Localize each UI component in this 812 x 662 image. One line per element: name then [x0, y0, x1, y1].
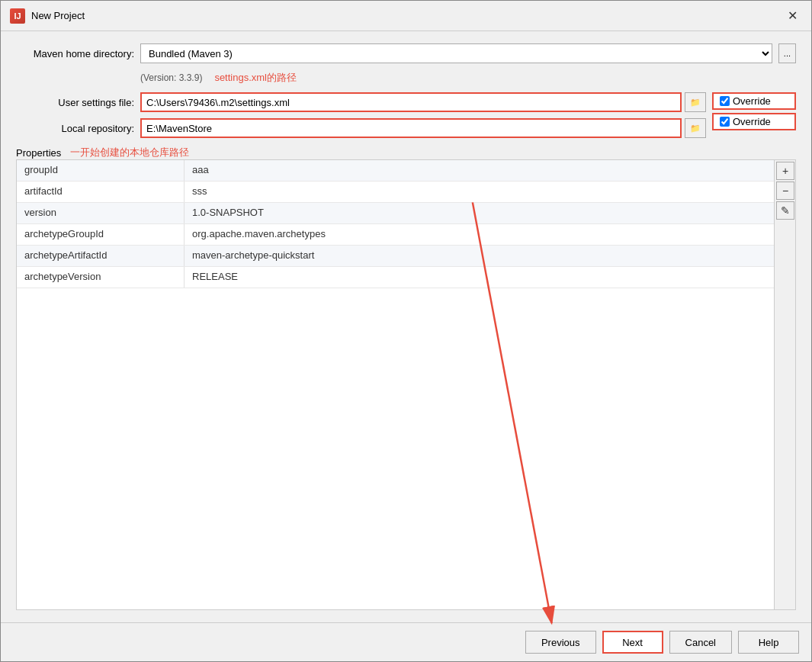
prop-key: groupId	[17, 160, 185, 181]
properties-label: Properties	[16, 147, 61, 159]
local-repo-override-checkbox[interactable]	[720, 117, 730, 127]
title-bar-left: IJ New Project	[10, 8, 85, 24]
local-repo-label: Local repository:	[16, 123, 134, 134]
table-row[interactable]: groupId aaa	[17, 160, 774, 182]
previous-button[interactable]: Previous	[525, 631, 596, 654]
settings-repo-inputs: User settings file: 📁 Local repository:	[16, 92, 706, 138]
user-settings-row: User settings file: 📁	[16, 92, 706, 112]
help-button[interactable]: Help	[738, 631, 799, 654]
maven-home-row: Maven home directory: Bundled (Maven 3) …	[16, 43, 796, 63]
maven-home-label: Maven home directory:	[16, 48, 134, 59]
user-settings-override-box: Override	[712, 92, 796, 110]
prop-val: RELEASE	[185, 267, 774, 288]
user-settings-override-label: Override	[733, 95, 771, 107]
prop-key: version	[17, 203, 185, 223]
app-icon: IJ	[10, 8, 25, 24]
prop-val: aaa	[185, 160, 774, 181]
new-project-dialog: IJ New Project ✕ Maven home directory: B…	[0, 0, 812, 662]
properties-table: groupId aaa artifactId sss version 1.0-S…	[17, 160, 774, 609]
maven-browse-button[interactable]: ...	[778, 43, 796, 63]
props-sidebar: + − ✎	[774, 160, 795, 609]
properties-header-line: Properties 一开始创建的本地仓库路径	[16, 146, 796, 159]
user-settings-override-checkbox[interactable]	[720, 96, 730, 106]
prop-val: maven-archetype-quickstart	[185, 246, 774, 266]
override-container: Override Override	[712, 92, 796, 130]
local-repo-input-container: 📁	[140, 118, 706, 138]
close-button[interactable]: ✕	[783, 7, 802, 24]
prop-key: archetypeGroupId	[17, 224, 185, 245]
table-row[interactable]: artifactId sss	[17, 182, 774, 203]
settings-annotation: settings.xml的路径	[214, 71, 297, 85]
folder-icon-2: 📁	[690, 124, 701, 133]
local-repo-input[interactable]	[140, 118, 682, 138]
folder-icon: 📁	[690, 98, 701, 107]
local-repo-annotation: 一开始创建的本地仓库路径	[70, 146, 189, 159]
prop-key: archetypeArtifactId	[17, 246, 185, 266]
prop-val: sss	[185, 182, 774, 202]
local-repo-browse-button[interactable]: 📁	[685, 118, 706, 138]
user-settings-input[interactable]	[140, 92, 682, 112]
version-annotation-row: (Version: 3.3.9) settings.xml的路径	[16, 71, 796, 85]
dialog-body: Maven home directory: Bundled (Maven 3) …	[1, 31, 811, 622]
next-button[interactable]: Next	[602, 631, 663, 654]
local-repo-override-box: Override	[712, 113, 796, 130]
table-row[interactable]: archetypeGroupId org.apache.maven.archet…	[17, 224, 774, 246]
prop-key: archetypeVersion	[17, 267, 185, 288]
prop-key: artifactId	[17, 182, 185, 202]
settings-repo-group: User settings file: 📁 Local repository:	[16, 92, 796, 138]
version-text: (Version: 3.3.9)	[140, 72, 202, 83]
local-repo-row: Local repository: 📁	[16, 118, 706, 138]
maven-home-input-container: Bundled (Maven 3)	[140, 43, 772, 63]
remove-property-button[interactable]: −	[776, 182, 794, 200]
user-settings-input-container: 📁	[140, 92, 706, 112]
dialog-title: New Project	[31, 10, 85, 21]
local-repo-override-label: Override	[733, 116, 771, 127]
table-row[interactable]: archetypeArtifactId maven-archetype-quic…	[17, 246, 774, 267]
table-row[interactable]: archetypeVersion RELEASE	[17, 267, 774, 288]
edit-property-button[interactable]: ✎	[776, 201, 794, 220]
properties-container: groupId aaa artifactId sss version 1.0-S…	[16, 159, 796, 610]
user-settings-label: User settings file:	[16, 97, 134, 108]
table-row[interactable]: version 1.0-SNAPSHOT	[17, 203, 774, 224]
cancel-button[interactable]: Cancel	[669, 631, 732, 654]
prop-val: org.apache.maven.archetypes	[185, 224, 774, 245]
maven-home-dropdown[interactable]: Bundled (Maven 3)	[140, 43, 772, 63]
add-property-button[interactable]: +	[776, 162, 794, 180]
properties-section: Properties 一开始创建的本地仓库路径 groupId aaa arti…	[16, 146, 796, 610]
title-bar: IJ New Project ✕	[1, 1, 811, 31]
user-settings-browse-button[interactable]: 📁	[685, 92, 706, 112]
dialog-footer: Previous Next Cancel Help	[1, 622, 811, 661]
prop-val: 1.0-SNAPSHOT	[185, 203, 774, 223]
